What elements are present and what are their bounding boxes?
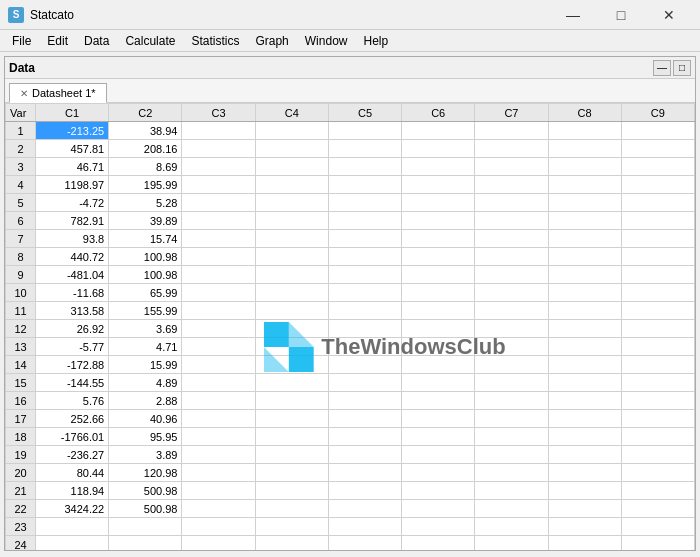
col-header-c4[interactable]: C4: [255, 104, 328, 122]
cell-r7-c2[interactable]: 15.74: [109, 230, 182, 248]
cell-r13-c3[interactable]: [182, 338, 255, 356]
cell-r3-c2[interactable]: 8.69: [109, 158, 182, 176]
cell-r22-c9[interactable]: [621, 500, 694, 518]
cell-r2-c5[interactable]: [328, 140, 401, 158]
tab-close-icon[interactable]: ✕: [20, 88, 28, 99]
cell-r15-c6[interactable]: [402, 374, 475, 392]
cell-r17-c7[interactable]: [475, 410, 548, 428]
cell-r9-c2[interactable]: 100.98: [109, 266, 182, 284]
cell-r19-c9[interactable]: [621, 446, 694, 464]
cell-r13-c5[interactable]: [328, 338, 401, 356]
cell-r13-c8[interactable]: [548, 338, 621, 356]
cell-r18-c1[interactable]: -1766.01: [36, 428, 109, 446]
cell-r1-c9[interactable]: [621, 122, 694, 140]
cell-r19-c4[interactable]: [255, 446, 328, 464]
cell-r5-c7[interactable]: [475, 194, 548, 212]
cell-r14-c7[interactable]: [475, 356, 548, 374]
col-header-c7[interactable]: C7: [475, 104, 548, 122]
cell-r11-c9[interactable]: [621, 302, 694, 320]
cell-r12-c5[interactable]: [328, 320, 401, 338]
cell-r18-c5[interactable]: [328, 428, 401, 446]
cell-r8-c6[interactable]: [402, 248, 475, 266]
cell-r16-c8[interactable]: [548, 392, 621, 410]
cell-r1-c7[interactable]: [475, 122, 548, 140]
col-header-c5[interactable]: C5: [328, 104, 401, 122]
cell-r12-c6[interactable]: [402, 320, 475, 338]
menu-item-statistics[interactable]: Statistics: [183, 30, 247, 52]
cell-r20-c3[interactable]: [182, 464, 255, 482]
cell-r5-c4[interactable]: [255, 194, 328, 212]
cell-r14-c6[interactable]: [402, 356, 475, 374]
cell-r12-c7[interactable]: [475, 320, 548, 338]
cell-r6-c3[interactable]: [182, 212, 255, 230]
col-header-c9[interactable]: C9: [621, 104, 694, 122]
close-button[interactable]: ✕: [646, 0, 692, 30]
cell-r14-c2[interactable]: 15.99: [109, 356, 182, 374]
cell-r10-c8[interactable]: [548, 284, 621, 302]
cell-r3-c9[interactable]: [621, 158, 694, 176]
cell-r16-c6[interactable]: [402, 392, 475, 410]
cell-r24-c5[interactable]: [328, 536, 401, 551]
cell-r5-c9[interactable]: [621, 194, 694, 212]
cell-r21-c7[interactable]: [475, 482, 548, 500]
cell-r5-c1[interactable]: -4.72: [36, 194, 109, 212]
cell-r19-c5[interactable]: [328, 446, 401, 464]
cell-r19-c1[interactable]: -236.27: [36, 446, 109, 464]
cell-r18-c9[interactable]: [621, 428, 694, 446]
cell-r23-c4[interactable]: [255, 518, 328, 536]
cell-r7-c7[interactable]: [475, 230, 548, 248]
cell-r18-c6[interactable]: [402, 428, 475, 446]
cell-r15-c4[interactable]: [255, 374, 328, 392]
minimize-button[interactable]: —: [550, 0, 596, 30]
cell-r2-c8[interactable]: [548, 140, 621, 158]
cell-r1-c8[interactable]: [548, 122, 621, 140]
maximize-button[interactable]: □: [598, 0, 644, 30]
cell-r4-c2[interactable]: 195.99: [109, 176, 182, 194]
cell-r23-c9[interactable]: [621, 518, 694, 536]
cell-r10-c1[interactable]: -11.68: [36, 284, 109, 302]
cell-r16-c9[interactable]: [621, 392, 694, 410]
cell-r13-c2[interactable]: 4.71: [109, 338, 182, 356]
cell-r20-c9[interactable]: [621, 464, 694, 482]
cell-r7-c3[interactable]: [182, 230, 255, 248]
cell-r6-c1[interactable]: 782.91: [36, 212, 109, 230]
cell-r8-c9[interactable]: [621, 248, 694, 266]
datasheet-tab[interactable]: ✕ Datasheet 1*: [9, 83, 107, 103]
cell-r24-c6[interactable]: [402, 536, 475, 551]
cell-r22-c3[interactable]: [182, 500, 255, 518]
cell-r22-c2[interactable]: 500.98: [109, 500, 182, 518]
cell-r16-c7[interactable]: [475, 392, 548, 410]
cell-r17-c6[interactable]: [402, 410, 475, 428]
cell-r7-c9[interactable]: [621, 230, 694, 248]
cell-r15-c9[interactable]: [621, 374, 694, 392]
cell-r16-c2[interactable]: 2.88: [109, 392, 182, 410]
cell-r14-c8[interactable]: [548, 356, 621, 374]
cell-r16-c1[interactable]: 5.76: [36, 392, 109, 410]
cell-r13-c7[interactable]: [475, 338, 548, 356]
cell-r8-c2[interactable]: 100.98: [109, 248, 182, 266]
cell-r24-c3[interactable]: [182, 536, 255, 551]
cell-r10-c6[interactable]: [402, 284, 475, 302]
cell-r6-c5[interactable]: [328, 212, 401, 230]
cell-r2-c6[interactable]: [402, 140, 475, 158]
cell-r10-c7[interactable]: [475, 284, 548, 302]
cell-r22-c1[interactable]: 3424.22: [36, 500, 109, 518]
cell-r19-c7[interactable]: [475, 446, 548, 464]
col-header-c1[interactable]: C1: [36, 104, 109, 122]
cell-r10-c5[interactable]: [328, 284, 401, 302]
cell-r15-c1[interactable]: -144.55: [36, 374, 109, 392]
cell-r12-c9[interactable]: [621, 320, 694, 338]
cell-r18-c2[interactable]: 95.95: [109, 428, 182, 446]
cell-r17-c4[interactable]: [255, 410, 328, 428]
cell-r4-c6[interactable]: [402, 176, 475, 194]
data-minimize-button[interactable]: —: [653, 60, 671, 76]
col-header-c6[interactable]: C6: [402, 104, 475, 122]
cell-r10-c2[interactable]: 65.99: [109, 284, 182, 302]
cell-r11-c3[interactable]: [182, 302, 255, 320]
cell-r24-c4[interactable]: [255, 536, 328, 551]
cell-r8-c7[interactable]: [475, 248, 548, 266]
cell-r6-c7[interactable]: [475, 212, 548, 230]
cell-r13-c6[interactable]: [402, 338, 475, 356]
cell-r14-c9[interactable]: [621, 356, 694, 374]
cell-r5-c2[interactable]: 5.28: [109, 194, 182, 212]
